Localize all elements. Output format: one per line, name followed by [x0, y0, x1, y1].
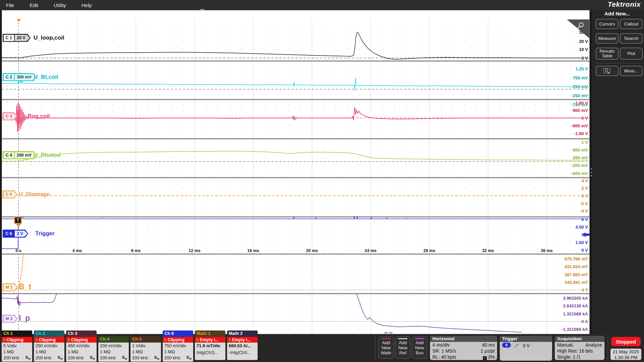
bottom-grip-icon[interactable]	[389, 332, 392, 334]
m1-name-label[interactable]: B_t	[19, 282, 31, 291]
menu-edit[interactable]: Edit	[30, 2, 38, 8]
m1-badge[interactable]: M 1	[3, 283, 18, 291]
ch6-scale-label: 4.50 V	[575, 225, 588, 230]
ch4-badge-seg[interactable]: 200 mV	[14, 152, 36, 159]
ch1-scale-label: 20 V	[579, 39, 588, 44]
add-new-ref-button[interactable]: Add New Ref	[395, 337, 411, 359]
ch1-scale-label: 0 V	[581, 56, 588, 61]
ch1-badge-seg[interactable]: 20 V	[14, 35, 30, 41]
channel-badge-body: 71.9 mT/divIntg(Ch2)...	[195, 343, 225, 360]
warning-icon: ⚠	[67, 338, 70, 342]
channel-alert: ⚠Clipping	[2, 337, 32, 343]
bandwidth-limit-icon: BW	[122, 356, 127, 360]
menu-utility[interactable]: Utility	[54, 2, 66, 8]
channel-badge-body: 450 mV/div1 MΩ200 kHzBW	[66, 343, 97, 362]
ch3-badge[interactable]: C 3	[3, 112, 17, 120]
math2-badge[interactable]: Math 2⚠Empty i...660.53 A/...-Intg(Ch3..…	[227, 330, 258, 360]
acq-single: Single: 1 /1	[557, 354, 581, 360]
channel-alert-label: Empty i...	[200, 338, 219, 342]
horizontal-record-length: RL: 40 kpts	[432, 354, 456, 360]
trigger-position-triangle-icon[interactable]	[16, 19, 21, 22]
channel-badge-body: 200 mV/div1 MΩ200 kHzBW	[98, 343, 129, 362]
more-button[interactable]: More...	[620, 66, 643, 76]
channel-alert-label: Clipping	[39, 338, 56, 342]
acquisition-panel[interactable]: Acquisition Manual,Analyze High Res: 16 …	[555, 336, 604, 360]
ch1-badge-seg[interactable]: C 1	[4, 35, 14, 41]
ch1-name-label[interactable]: U_loop,coil	[34, 35, 64, 41]
ch2-scale-label: 250 mV	[573, 84, 588, 89]
channel-badge-body: 1 V/div1 MΩ200 kHzBW	[130, 343, 161, 362]
results-table-button[interactable]: Results Table	[596, 48, 619, 60]
ch6-badge-seg[interactable]: 3 V	[14, 231, 28, 237]
acq-analyze: Analyze	[585, 342, 602, 348]
channel-badge-row: -Intg(Ch3...	[229, 350, 258, 356]
add-new-bus-button[interactable]: Add New Bus	[412, 337, 427, 359]
plot-button[interactable]: Plot	[620, 48, 643, 60]
cursors-button[interactable]: Cursors	[596, 19, 619, 29]
m2-badge-seg[interactable]: M 2	[4, 316, 17, 322]
trigger-panel[interactable]: Trigger 6 3 V	[500, 336, 552, 361]
m2-name-label[interactable]: I_p	[19, 314, 30, 323]
ch2-badge-seg[interactable]: C 2	[4, 74, 14, 80]
waveform-plot[interactable]	[2, 19, 589, 334]
ch6-scale-label: 1.50 V	[575, 240, 588, 245]
callout-button[interactable]: Callout	[620, 19, 643, 29]
horizontal-trigger-pos: T3%	[483, 354, 495, 360]
zoom-region-button[interactable]	[596, 66, 619, 76]
ch6-badge-seg[interactable]: C 6	[4, 231, 14, 237]
m2-scale-label: 3.963205 kA	[563, 296, 588, 301]
channel-badge-title: Math 2	[227, 330, 258, 337]
ch4-name-label[interactable]: U_Photod	[34, 152, 60, 159]
channel-badge-row: 1 MΩ	[36, 349, 64, 355]
channel-alert-label: Clipping	[168, 338, 184, 342]
ch2-name-label[interactable]: U_Bt,coil	[34, 74, 58, 80]
menu-file[interactable]: File	[6, 2, 14, 8]
ch5-badge-seg[interactable]: C 5	[4, 191, 16, 198]
m2-badge[interactable]: M 2	[3, 315, 18, 323]
menu-bar: File Edit Utility Help	[0, 0, 644, 10]
channel-badge-row: 200 mV/div	[100, 343, 129, 349]
ch3-badge-seg[interactable]: C 3	[4, 113, 16, 120]
warning-icon: ⚠	[196, 338, 199, 342]
ch3-name-label[interactable]: U_Rog,coil	[20, 113, 50, 120]
measure-button[interactable]: Measure	[596, 33, 619, 44]
math-accent	[381, 338, 391, 339]
channel-badge-row: 450 mV/div	[68, 343, 97, 349]
time-axis-label: 16 ms	[247, 248, 259, 253]
ch5-scale-label: 2 V	[581, 186, 588, 191]
m1-badge-seg[interactable]: M 1	[4, 284, 17, 291]
ch4-badge-seg[interactable]: C 4	[4, 152, 14, 159]
ch2-badge-seg[interactable]: 300 mV	[14, 74, 36, 80]
ch6-badge[interactable]: Ch 6⚠Clipping750 mV/div1 MΩ200 kHzBW	[163, 330, 193, 362]
add-new-math-button[interactable]: Add New Math	[378, 337, 394, 359]
acq-resolution: High Res: 16 bits	[557, 348, 593, 354]
run-state-badge[interactable]: Stopped	[611, 337, 641, 346]
ch6-badge[interactable]: C 63 V	[3, 230, 28, 238]
ch4-badge[interactable]: Ch 4200 mV/div1 MΩ200 kHzBW	[98, 336, 129, 362]
trigger-marker-icon[interactable]: T	[14, 217, 22, 224]
ch5-scale-label: -4 V	[580, 208, 588, 214]
ch4-badge[interactable]: C 4200 mV	[3, 151, 37, 159]
acq-mode: Manual,	[557, 342, 574, 348]
search-button[interactable]: Search	[620, 33, 643, 44]
ch2-badge[interactable]: C 2300 mV	[3, 73, 37, 81]
trigger-source-badge[interactable]: 6	[502, 343, 511, 348]
ch5-name-label[interactable]: U_Diamagn	[19, 191, 50, 198]
horizontal-panel[interactable]: Horizontal 4 ms/div40 ms SR: 1 MS/s1 µs/…	[430, 336, 497, 360]
zoom-region-icon	[603, 68, 611, 74]
bottom-bar: Add New Math Add New Ref Add New Bus Hor…	[0, 334, 644, 362]
ch5-badge[interactable]: Ch 51 V/div1 MΩ200 kHzBW	[130, 336, 161, 362]
warning-icon: ⚠	[3, 338, 6, 342]
add-new-header: Add New...	[592, 11, 642, 16]
ch1-badge[interactable]: C 120 V	[3, 34, 31, 42]
menu-help[interactable]: Help	[82, 2, 92, 8]
ch3-badge[interactable]: Ch 3⚠Clipping450 mV/div1 MΩ200 kHzBW	[66, 330, 97, 362]
bottom-grip-icon[interactable]	[384, 332, 388, 334]
math1-badge[interactable]: Math 1⚠Empty i...71.9 mT/divIntg(Ch2)...	[195, 330, 225, 360]
ch6-name-label[interactable]: Trigger	[35, 230, 55, 237]
ch5-badge[interactable]: C 5	[3, 190, 17, 198]
channel-badge-row: 71.9 mT/div	[197, 343, 225, 350]
trigger-level-arrow-icon[interactable]	[582, 232, 590, 238]
ch1-badge[interactable]: Ch 1⚠Clipping5 V/div1 MΩ200 kHzBW	[2, 330, 32, 362]
ch2-badge[interactable]: Ch 2⚠Clipping250 mV/div1 MΩ200 kHzBW	[34, 330, 64, 362]
